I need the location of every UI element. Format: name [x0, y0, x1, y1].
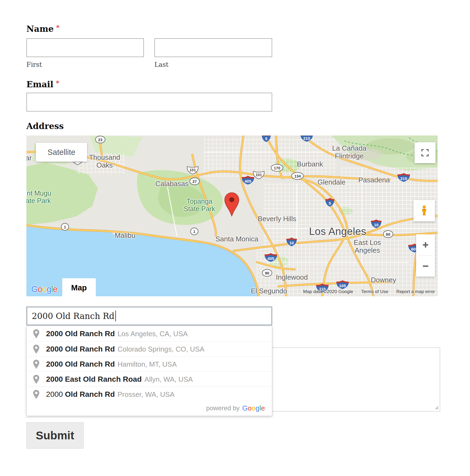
google-map[interactable]: arThousand OaksCalabasasint Mugu ate Par…	[26, 135, 438, 296]
map-type-control: Map Satellite	[36, 143, 87, 162]
submit-button[interactable]: Submit	[26, 422, 84, 449]
autocomplete-item[interactable]: 2000 East Old Ranch RoadAllyn, WA, USA	[27, 371, 272, 387]
map-view-button[interactable]: Map	[62, 278, 96, 296]
place-pin-icon	[33, 329, 40, 339]
zoom-in-button[interactable]	[416, 234, 435, 255]
address-label: Address	[26, 121, 64, 131]
address-input-value: 2000 Old Ranch Rd	[32, 311, 115, 321]
map-attribution: Map data ©2020 Google Terms of Use Repor…	[303, 289, 435, 294]
place-pin-icon	[33, 390, 40, 399]
minus-icon	[421, 262, 430, 270]
email-label-text: Email	[26, 79, 53, 89]
zoom-out-button[interactable]	[416, 256, 435, 277]
autocomplete-item[interactable]: 2000 Old Ranch RdProsser, WA, USA	[27, 387, 272, 402]
report-map-error-link[interactable]: Report a map error	[396, 289, 435, 294]
name-label: Name*	[26, 24, 60, 34]
autocomplete-item[interactable]: 2000 Old Ranch RdLos Angeles, CA, USA	[27, 326, 272, 341]
email-input[interactable]	[26, 93, 272, 112]
satellite-view-button[interactable]: Satellite	[36, 143, 87, 162]
last-sublabel: Last	[154, 61, 168, 68]
email-required-asterisk: *	[56, 79, 59, 87]
terms-of-use-link[interactable]: Terms of Use	[361, 289, 388, 294]
map-data-text: Map data ©2020 Google	[303, 289, 353, 294]
zoom-control	[416, 234, 435, 277]
place-pin-icon	[33, 344, 40, 354]
pegman-icon	[419, 205, 430, 216]
email-label: Email*	[26, 79, 59, 89]
pegman-button[interactable]	[413, 200, 435, 221]
first-sublabel: First	[26, 61, 42, 68]
name-required-asterisk: *	[56, 24, 60, 32]
last-name-input[interactable]	[154, 38, 272, 57]
place-pin-icon	[33, 374, 40, 384]
autocomplete-item[interactable]: 2000 Old Ranch RdHamilton, MT, USA	[27, 356, 272, 371]
fullscreen-button[interactable]	[414, 142, 436, 163]
text-caret	[115, 311, 116, 321]
powered-by-google: powered by Google	[27, 402, 272, 416]
contact-form-page: Name* First Last Email* Address	[0, 0, 470, 476]
plus-icon	[421, 241, 430, 249]
map-canvas[interactable]	[26, 135, 438, 296]
first-name-input[interactable]	[26, 38, 144, 57]
google-logo[interactable]: Google	[31, 284, 57, 294]
textarea-resize-handle[interactable]	[435, 406, 439, 410]
autocomplete-dropdown: 2000 Old Ranch RdLos Angeles, CA, USA 20…	[26, 326, 272, 416]
address-input[interactable]: 2000 Old Ranch Rd	[26, 307, 272, 325]
fullscreen-icon	[421, 148, 429, 157]
powered-by-text: powered by	[206, 404, 240, 412]
autocomplete-item[interactable]: 2000 Old Ranch RdColorado Springs, CO, U…	[27, 341, 272, 356]
google-logo-small: Google	[242, 404, 265, 412]
place-pin-icon	[33, 359, 40, 369]
name-label-text: Name	[26, 24, 54, 34]
